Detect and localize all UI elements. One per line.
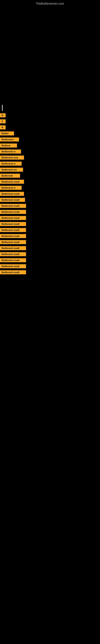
result-label[interactable]: Bottleneck resu bbox=[0, 156, 24, 160]
result-item: Bottleneck bbox=[0, 173, 100, 178]
result-item: Bottleneck result bbox=[0, 222, 100, 226]
result-label[interactable]: Bottleneck result bbox=[0, 180, 24, 184]
result-label[interactable]: Bottleneck r bbox=[0, 138, 19, 142]
result-label[interactable]: E bbox=[0, 119, 6, 123]
result-label[interactable]: B bbox=[0, 113, 6, 117]
result-item: Bottleneck result bbox=[0, 258, 100, 263]
top-section bbox=[0, 6, 100, 103]
result-item: Bottleneck res bbox=[0, 167, 100, 172]
result-label[interactable]: Bottler bbox=[0, 132, 14, 136]
result-label[interactable]: Bottleneck result bbox=[0, 264, 26, 268]
separator bbox=[2, 105, 2, 111]
result-label[interactable]: Bottleneck result bbox=[0, 198, 25, 202]
result-item: Bottleneck resu bbox=[0, 155, 100, 160]
result-label[interactable]: Bottleneck result bbox=[0, 228, 26, 232]
result-item: Bottleneck result bbox=[0, 246, 100, 250]
result-label[interactable]: Bottleneck result bbox=[0, 204, 26, 208]
result-label[interactable]: Bottleneck result bbox=[0, 210, 26, 214]
results-container: BEBBottlerBottleneck rBottleneBottleneck… bbox=[0, 113, 100, 280]
result-item: Bottleneck result bbox=[0, 234, 100, 238]
result-item: Bottleneck result bbox=[0, 216, 100, 220]
result-item: Bottleneck result bbox=[0, 192, 100, 196]
result-item: Bottleneck r bbox=[0, 137, 100, 142]
result-item: Bottleneck result bbox=[0, 179, 100, 184]
result-label[interactable]: Bottleneck re bbox=[0, 162, 22, 166]
result-label[interactable]: Bottleneck result bbox=[0, 222, 26, 226]
result-item: Bottleneck result bbox=[0, 264, 100, 269]
result-item: Bottleneck re bbox=[0, 161, 100, 166]
result-label[interactable]: B bbox=[0, 126, 6, 130]
site-title: TheBottlenecker.com bbox=[0, 0, 100, 6]
result-label[interactable]: Bottleneck result bbox=[0, 252, 26, 256]
result-item: Bottleneck result bbox=[0, 210, 100, 214]
result-label[interactable]: Bottleneck res bbox=[0, 168, 23, 172]
result-item: Bottleneck result bbox=[0, 240, 100, 244]
result-label[interactable]: Bottleneck result bbox=[0, 246, 26, 250]
result-label[interactable]: Bottleneck result bbox=[0, 234, 26, 238]
result-item: Bottleneck result bbox=[0, 198, 100, 202]
result-label[interactable]: Bottleneck re bbox=[0, 150, 21, 154]
result-item: Bottleneck re bbox=[0, 149, 100, 154]
result-label[interactable]: Bottleneck result bbox=[0, 270, 26, 274]
result-item: Bottleneck result bbox=[0, 252, 100, 256]
result-label[interactable]: Bottleneck result bbox=[0, 258, 26, 262]
result-item: Bottleneck result bbox=[0, 270, 100, 275]
result-item: Bottleneck result bbox=[0, 228, 100, 232]
result-label[interactable]: Bottleneck result bbox=[0, 240, 26, 244]
result-label[interactable]: Bottleneck result bbox=[0, 216, 26, 220]
result-item: Bottlene bbox=[0, 143, 100, 148]
result-item: Bottleneck result bbox=[0, 204, 100, 208]
result-label[interactable]: Bottleneck bbox=[0, 174, 20, 178]
result-item: E bbox=[0, 119, 100, 124]
result-item: Bottleneck re bbox=[0, 185, 100, 190]
result-label[interactable]: Bottlene bbox=[0, 144, 17, 148]
result-label[interactable]: Bottleneck re bbox=[0, 186, 22, 190]
result-item: B bbox=[0, 113, 100, 118]
result-item: B bbox=[0, 125, 100, 130]
result-item: Bottler bbox=[0, 131, 100, 136]
result-label[interactable]: Bottleneck result bbox=[0, 192, 24, 196]
